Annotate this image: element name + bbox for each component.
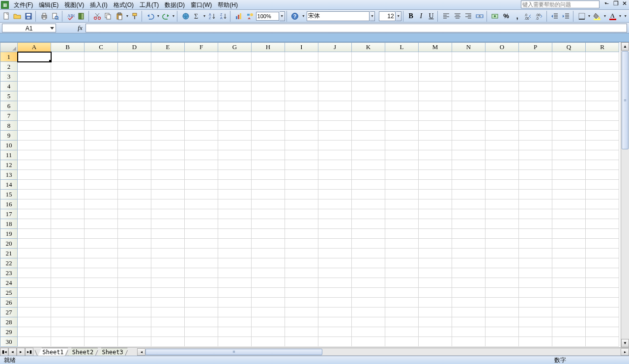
cell-M11[interactable] (419, 150, 452, 160)
zoom-dropdown-icon[interactable]: ▼ (280, 11, 285, 21)
row-header-7[interactable]: 7 (0, 111, 18, 121)
sheet-tab-sheet3[interactable]: Sheet3 (97, 348, 127, 356)
cell-H19[interactable] (252, 229, 285, 239)
cell-R25[interactable] (586, 288, 619, 298)
cell-P24[interactable] (519, 278, 552, 288)
cell-R12[interactable] (586, 160, 619, 170)
cell-D17[interactable] (118, 209, 151, 219)
menu-file[interactable]: 文件(F) (11, 0, 36, 10)
cell-H5[interactable] (252, 91, 285, 101)
cell-I15[interactable] (285, 190, 318, 199)
fill-color-icon[interactable] (592, 11, 602, 22)
cell-Q4[interactable] (552, 82, 586, 91)
cell-G6[interactable] (218, 101, 252, 111)
cell-E23[interactable] (151, 268, 185, 278)
cell-R17[interactable] (586, 209, 619, 219)
sheet-nav-next-icon[interactable]: ▸ (17, 348, 25, 356)
cell-E30[interactable] (151, 337, 185, 347)
cell-D5[interactable] (118, 91, 151, 101)
menu-insert[interactable]: 插入(I) (87, 0, 110, 10)
cell-E8[interactable] (151, 121, 185, 131)
scroll-up-icon[interactable]: ▲ (621, 42, 629, 51)
cell-L18[interactable] (385, 219, 419, 229)
increase-indent-icon[interactable] (561, 11, 572, 22)
cell-B4[interactable] (51, 82, 85, 91)
cell-I8[interactable] (285, 121, 318, 131)
percent-icon[interactable]: % (501, 11, 512, 22)
cell-R19[interactable] (586, 229, 619, 239)
cell-H27[interactable] (252, 308, 285, 317)
row-header-3[interactable]: 3 (0, 72, 18, 82)
cell-D16[interactable] (118, 199, 151, 209)
cell-D23[interactable] (118, 268, 151, 278)
font-size-dropdown-icon[interactable]: ▼ (396, 11, 401, 21)
menu-tools[interactable]: 工具(T) (137, 0, 162, 10)
cell-D4[interactable] (118, 82, 151, 91)
cell-I23[interactable] (285, 268, 318, 278)
cell-N9[interactable] (452, 131, 486, 140)
column-header-H[interactable]: H (252, 43, 285, 52)
scroll-left-icon[interactable]: ◂ (137, 348, 145, 356)
cell-A8[interactable] (18, 121, 51, 131)
cell-F22[interactable] (185, 258, 218, 268)
cell-H30[interactable] (252, 337, 285, 347)
cell-J8[interactable] (318, 121, 352, 131)
cell-Q12[interactable] (552, 160, 586, 170)
cell-E18[interactable] (151, 219, 185, 229)
cell-M23[interactable] (419, 268, 452, 278)
cell-C30[interactable] (85, 337, 118, 347)
cell-K16[interactable] (352, 199, 385, 209)
cell-P3[interactable] (519, 72, 552, 82)
cell-L28[interactable] (385, 317, 419, 327)
cell-K14[interactable] (352, 180, 385, 190)
column-header-D[interactable]: D (118, 43, 151, 52)
cell-J17[interactable] (318, 209, 352, 219)
cell-F3[interactable] (185, 72, 218, 82)
cell-L24[interactable] (385, 278, 419, 288)
cell-F24[interactable] (185, 278, 218, 288)
cell-P21[interactable] (519, 249, 552, 258)
cell-N6[interactable] (452, 101, 486, 111)
cell-N1[interactable] (452, 52, 486, 62)
column-header-K[interactable]: K (352, 43, 385, 52)
cell-E17[interactable] (151, 209, 185, 219)
cell-D14[interactable] (118, 180, 151, 190)
cell-L29[interactable] (385, 327, 419, 337)
scroll-right-icon[interactable]: ▸ (621, 348, 629, 356)
align-center-icon[interactable] (452, 11, 463, 22)
cell-K13[interactable] (352, 170, 385, 180)
row-header-21[interactable]: 21 (0, 249, 18, 258)
undo-icon[interactable] (145, 11, 156, 22)
cell-Q5[interactable] (552, 91, 586, 101)
cell-H4[interactable] (252, 82, 285, 91)
cell-F11[interactable] (185, 150, 218, 160)
cell-K24[interactable] (352, 278, 385, 288)
cell-H8[interactable] (252, 121, 285, 131)
cell-R4[interactable] (586, 82, 619, 91)
cell-Q23[interactable] (552, 268, 586, 278)
cell-E25[interactable] (151, 288, 185, 298)
cell-Q10[interactable] (552, 140, 586, 150)
cell-R18[interactable] (586, 219, 619, 229)
cell-C19[interactable] (85, 229, 118, 239)
cell-J10[interactable] (318, 140, 352, 150)
cell-O6[interactable] (486, 101, 519, 111)
cell-M16[interactable] (419, 199, 452, 209)
cell-L9[interactable] (385, 131, 419, 140)
cell-R23[interactable] (586, 268, 619, 278)
cell-K17[interactable] (352, 209, 385, 219)
cell-D8[interactable] (118, 121, 151, 131)
cell-A1[interactable] (18, 52, 51, 62)
scroll-down-icon[interactable]: ▼ (621, 339, 629, 347)
cell-I11[interactable] (285, 150, 318, 160)
cell-C18[interactable] (85, 219, 118, 229)
cell-J2[interactable] (318, 62, 352, 72)
cell-M21[interactable] (419, 249, 452, 258)
cell-A30[interactable] (18, 337, 51, 347)
cell-H26[interactable] (252, 298, 285, 308)
cell-L26[interactable] (385, 298, 419, 308)
restore-icon[interactable]: ❐ (612, 0, 619, 7)
vscroll-thumb[interactable] (622, 51, 629, 149)
cell-C2[interactable] (85, 62, 118, 72)
underline-icon[interactable]: U (427, 11, 436, 22)
